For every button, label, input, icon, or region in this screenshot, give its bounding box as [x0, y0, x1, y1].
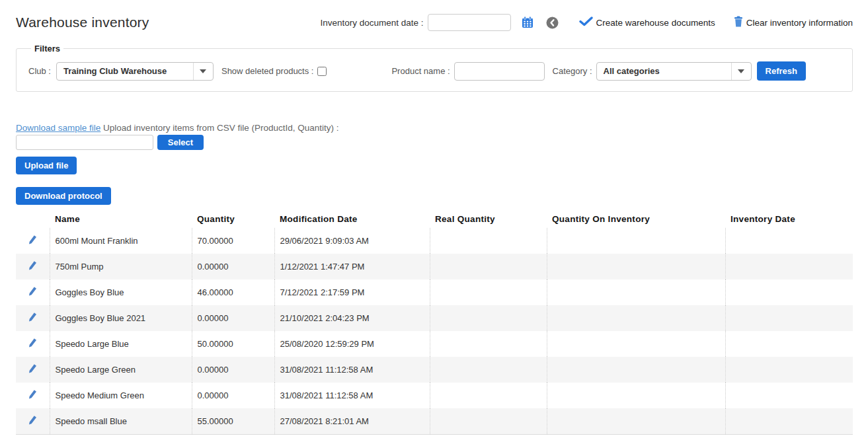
refresh-button[interactable]: Refresh — [757, 61, 806, 81]
create-warehouse-documents-label: Create warehouse documents — [596, 18, 715, 28]
page-title: Warehouse inventory — [16, 15, 149, 30]
cell-quantity: 0.00000 — [192, 383, 274, 408]
cell-inventory-date — [725, 331, 853, 357]
inventory-date-input[interactable] — [428, 14, 511, 31]
cell-modification-date: 31/08/2021 11:12:58 AM — [274, 357, 430, 383]
cell-name: Speedo msall Blue — [50, 408, 192, 435]
create-warehouse-documents-button[interactable]: Create warehouse documents — [579, 17, 715, 28]
category-label: Category : — [553, 66, 592, 76]
chevron-down-icon[interactable] — [193, 63, 213, 80]
cell-quantity: 70.00000 — [192, 228, 274, 254]
file-picker-row: Select — [16, 135, 853, 150]
download-sample-file-link[interactable]: Download sample file — [16, 123, 100, 133]
product-name-label: Product name : — [391, 66, 450, 76]
cell-real-quantity — [430, 331, 547, 357]
cell-modification-date: 29/06/2021 9:09:03 AM — [274, 228, 430, 254]
upload-instruction-line: Download sample file Upload inventory it… — [16, 123, 853, 133]
file-path-input[interactable] — [16, 135, 153, 150]
filters-row: Club : Training Club Warehouse Show dele… — [23, 61, 846, 81]
calendar-icon[interactable] — [521, 16, 534, 29]
cell-name: 750ml Pump — [50, 254, 192, 279]
cell-quantity: 0.00000 — [192, 305, 274, 331]
cell-modification-date: 31/08/2021 11:12:58 AM — [274, 383, 430, 408]
cell-real-quantity — [430, 305, 547, 331]
cell-name: Goggles Boy Blue 2021 — [50, 305, 192, 331]
column-header-quantity: Quantity — [192, 209, 274, 228]
filters-legend: Filters — [31, 44, 63, 54]
cell-inventory-date — [725, 408, 853, 435]
edit-pencil-icon[interactable] — [28, 260, 37, 271]
filters-right-group: Product name : Category : All categories… — [391, 61, 806, 81]
column-header-inventory-date: Inventory Date — [725, 209, 853, 228]
check-icon — [579, 17, 593, 28]
upload-section: Download sample file Upload inventory it… — [16, 123, 853, 205]
filters-panel: Filters Club : Training Club Warehouse S… — [16, 44, 853, 92]
table-row: Speedo Large Blue 50.00000 25/08/2020 12… — [16, 331, 853, 357]
cell-quantity: 55.00000 — [192, 408, 274, 435]
cell-modification-date: 21/10/2021 2:04:23 PM — [274, 305, 430, 331]
clock-icon[interactable] — [545, 16, 559, 30]
club-label: Club : — [28, 66, 51, 76]
cell-quantity-on-inventory — [547, 305, 725, 331]
cell-name: Speedo Large Green — [50, 357, 192, 383]
table-row: 750ml Pump 0.00000 1/12/2021 1:47:47 PM — [16, 254, 853, 279]
select-file-button[interactable]: Select — [157, 135, 204, 150]
show-deleted-checkbox[interactable] — [317, 67, 327, 76]
cell-quantity: 50.00000 — [192, 331, 274, 357]
upload-file-button[interactable]: Upload file — [16, 157, 77, 174]
cell-quantity-on-inventory — [547, 254, 725, 279]
clear-inventory-information-label: Clear inventory information — [746, 18, 853, 28]
cell-inventory-date — [725, 383, 853, 408]
edit-pencil-icon[interactable] — [28, 389, 37, 400]
download-protocol-button[interactable]: Download protocol — [16, 187, 111, 205]
column-header-real-quantity: Real Quantity — [430, 209, 547, 228]
cell-real-quantity — [430, 254, 547, 279]
show-deleted-group: Show deleted products : — [221, 66, 327, 76]
cell-inventory-date — [725, 279, 853, 305]
club-dropdown[interactable]: Training Club Warehouse — [56, 62, 214, 81]
cell-quantity-on-inventory — [547, 331, 725, 357]
edit-pencil-icon[interactable] — [28, 415, 37, 426]
upload-instruction-text: Upload inventory items from CSV file (Pr… — [100, 123, 338, 133]
topbar: Warehouse inventory Inventory document d… — [16, 9, 853, 36]
inventory-date-label: Inventory document date : — [320, 18, 423, 28]
cell-modification-date: 25/08/2020 12:59:29 PM — [274, 331, 430, 357]
inventory-table: Name Quantity Modification Date Real Qua… — [16, 209, 853, 435]
topbar-controls: Inventory document date : — [320, 14, 853, 31]
cell-quantity-on-inventory — [547, 383, 725, 408]
cell-real-quantity — [430, 228, 547, 254]
cell-inventory-date — [725, 228, 853, 254]
cell-quantity-on-inventory — [547, 357, 725, 383]
show-deleted-label: Show deleted products : — [221, 66, 313, 76]
cell-real-quantity — [430, 383, 547, 408]
cell-inventory-date — [725, 357, 853, 383]
club-dropdown-value: Training Club Warehouse — [57, 66, 193, 76]
warehouse-inventory-page: Warehouse inventory Inventory document d… — [0, 0, 868, 444]
table-row: Speedo msall Blue 55.00000 27/08/2021 8:… — [16, 408, 853, 435]
edit-pencil-icon[interactable] — [28, 338, 37, 348]
clear-inventory-information-button[interactable]: Clear inventory information — [734, 16, 853, 29]
cell-modification-date: 7/12/2021 2:17:59 PM — [274, 279, 430, 305]
cell-modification-date: 1/12/2021 1:47:47 PM — [274, 254, 430, 279]
column-header-modification-date: Modification Date — [274, 209, 430, 228]
table-row: 600ml Mount Franklin 70.00000 29/06/2021… — [16, 228, 853, 254]
chevron-down-icon[interactable] — [731, 63, 751, 80]
cell-quantity: 0.00000 — [192, 254, 274, 279]
table-row: Goggles Boy Blue 46.00000 7/12/2021 2:17… — [16, 279, 853, 305]
category-dropdown-value: All categories — [597, 66, 731, 76]
category-dropdown[interactable]: All categories — [596, 62, 752, 81]
cell-quantity-on-inventory — [547, 408, 725, 435]
cell-quantity-on-inventory — [547, 228, 725, 254]
edit-pencil-icon[interactable] — [28, 312, 37, 322]
product-name-input[interactable] — [454, 62, 545, 81]
cell-real-quantity — [430, 279, 547, 305]
cell-quantity: 0.00000 — [192, 357, 274, 383]
cell-real-quantity — [430, 357, 547, 383]
edit-pencil-icon[interactable] — [28, 235, 37, 245]
cell-name: 600ml Mount Franklin — [50, 228, 192, 254]
trash-icon — [734, 16, 743, 29]
edit-pencil-icon[interactable] — [28, 286, 37, 297]
table-header-row: Name Quantity Modification Date Real Qua… — [16, 209, 853, 228]
edit-pencil-icon[interactable] — [28, 363, 37, 374]
cell-name: Goggles Boy Blue — [50, 279, 192, 305]
